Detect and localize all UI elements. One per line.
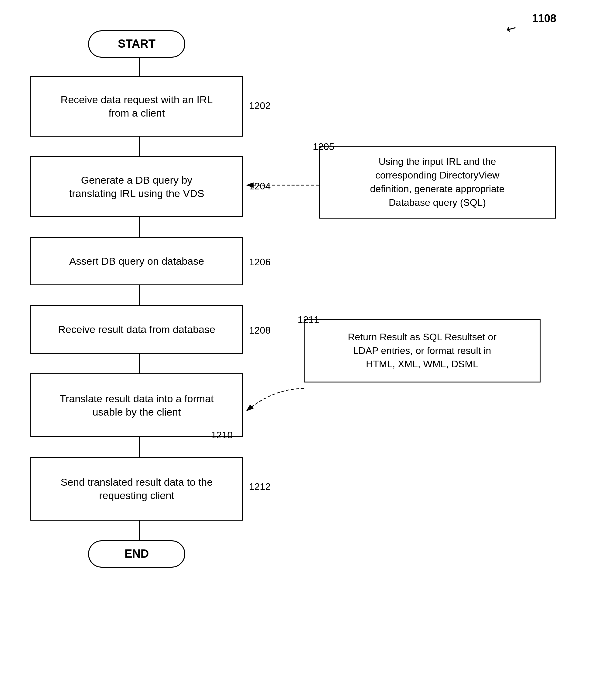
box-1204-label: Generate a DB query bytranslating IRL us… bbox=[69, 173, 204, 200]
box-1206: Assert DB query on database bbox=[30, 237, 243, 285]
label-1210: 1210 bbox=[211, 429, 233, 441]
note-1211-label: Return Result as SQL Resultset orLDAP en… bbox=[348, 330, 496, 371]
end-label: END bbox=[124, 546, 149, 561]
label-1212: 1212 bbox=[249, 481, 271, 492]
box-1212: Send translated result data to thereques… bbox=[30, 457, 243, 521]
label-1208: 1208 bbox=[249, 325, 271, 336]
box-1202: Receive data request with an IRLfrom a c… bbox=[30, 76, 243, 137]
label-1206: 1206 bbox=[249, 257, 271, 268]
figure-arrow: ↙ bbox=[504, 20, 520, 37]
end-node: END bbox=[88, 540, 185, 568]
diagram-container: 1108 ↙ START Receive data request with a… bbox=[0, 0, 611, 700]
label-1205: 1205 bbox=[313, 141, 334, 152]
dashed-arrow-1205-1204 bbox=[243, 182, 322, 188]
start-label: START bbox=[118, 36, 155, 51]
box-1210: Translate result data into a formatusabl… bbox=[30, 374, 243, 437]
box-1208-label: Receive result data from database bbox=[58, 323, 215, 336]
box-1210-label: Translate result data into a formatusabl… bbox=[60, 392, 213, 419]
figure-number: 1108 bbox=[532, 12, 556, 25]
start-node: START bbox=[88, 30, 185, 58]
box-1206-label: Assert DB query on database bbox=[69, 254, 204, 268]
dashed-arrow-1211-1210 bbox=[243, 382, 308, 416]
note-1205-label: Using the input IRL and thecorresponding… bbox=[370, 155, 505, 209]
box-1208: Receive result data from database bbox=[30, 305, 243, 354]
box-1212-label: Send translated result data to thereques… bbox=[61, 475, 213, 502]
side-note-1205: Using the input IRL and thecorresponding… bbox=[319, 146, 556, 218]
box-1202-label: Receive data request with an IRLfrom a c… bbox=[61, 93, 213, 120]
label-1211: 1211 bbox=[298, 314, 319, 325]
box-1204: Generate a DB query bytranslating IRL us… bbox=[30, 156, 243, 217]
label-1202: 1202 bbox=[249, 100, 271, 111]
side-note-1211: Return Result as SQL Resultset orLDAP en… bbox=[304, 319, 540, 382]
